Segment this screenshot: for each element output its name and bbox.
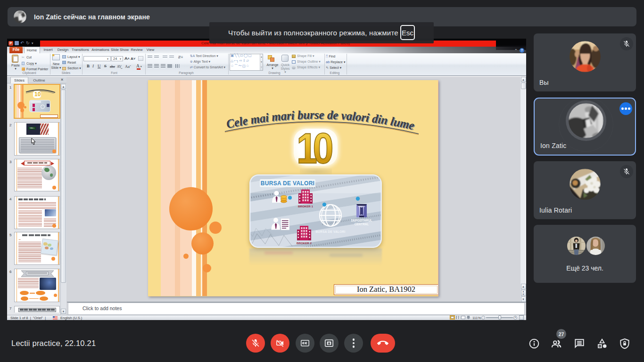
svg-text:10: 10 xyxy=(297,127,332,167)
svg-text:DEPOZITARUL: DEPOZITARUL xyxy=(351,219,372,222)
svg-text:BROKER 2: BROKER 2 xyxy=(297,241,312,245)
svg-text:BURSA DE VALORI: BURSA DE VALORI xyxy=(261,180,315,187)
svg-text:BROKER 1: BROKER 1 xyxy=(298,205,314,208)
svg-text:BURSA DE VALORI: BURSA DE VALORI xyxy=(315,230,345,233)
svg-text:CENTRAL: CENTRAL xyxy=(355,222,369,226)
